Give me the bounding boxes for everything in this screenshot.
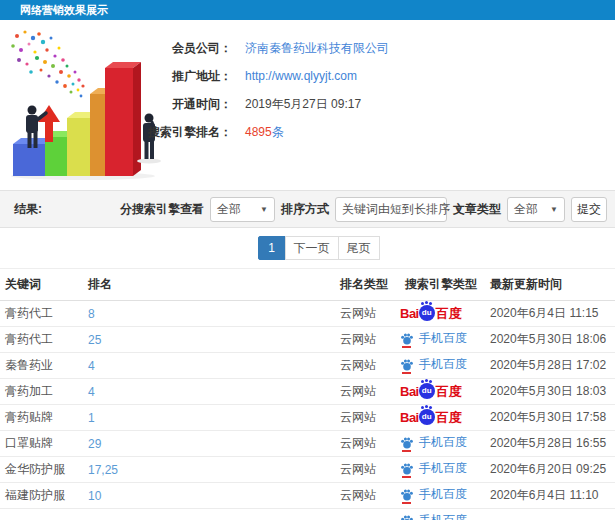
keyword-cell: 膏药代工 <box>0 327 83 353</box>
filter-bar: 结果: 分搜索引擎查看 全部 ▼ 排序方式 关键词由短到长排序 ▼ 文章类型 全… <box>0 190 615 228</box>
search-engine-logo: 手机百度 <box>400 460 467 477</box>
search-engine-logo: 手机百度 <box>400 486 467 503</box>
info-row-url: 推广地址： http://www.qlyyjt.com <box>72 62 389 90</box>
rank-link[interactable]: 29 <box>83 431 335 457</box>
rank-type-cell: 云网站 <box>335 405 400 431</box>
search-engine-logo: 手机百度 <box>400 434 467 451</box>
rank-link[interactable]: 10 <box>83 483 335 509</box>
keyword-cell: 金华防护服 <box>0 457 83 483</box>
rank-type-cell: 云网站 <box>335 379 400 405</box>
updated-cell: 2020年5月30日 18:03 <box>485 379 615 405</box>
header-updated: 最新更新时间 <box>485 269 615 301</box>
engine-filter-label: 分搜索引擎查看 <box>120 201 204 218</box>
updated-cell: 2020年6月20日 09:25 <box>485 457 615 483</box>
sort-select[interactable]: 关键词由短到长排序 ▼ <box>335 197 447 222</box>
sort-value: 关键词由短到长排序 <box>342 201 450 218</box>
baidu-paw-icon <box>400 462 414 476</box>
rank-type-cell: 云网站 <box>335 457 400 483</box>
results-table: 关键词 排名 排名类型 搜索引擎类型 最新更新时间 膏药代工 8 云网站 Bai… <box>0 268 615 520</box>
header-rank-type: 排名类型 <box>335 269 400 301</box>
open-time-label: 开通时间： <box>72 96 232 113</box>
submit-button[interactable]: 提交 <box>571 197 607 222</box>
rank-link[interactable]: 4 <box>83 353 335 379</box>
rank-link[interactable]: 25 <box>83 327 335 353</box>
rank-type-cell: 云网站 <box>335 353 400 379</box>
rank-link[interactable]: 1 <box>83 405 335 431</box>
page-1-button[interactable]: 1 <box>258 236 286 260</box>
table-row: 膏药贴牌 1 云网站 Baidu百度 2020年5月30日 17:58 <box>0 405 615 431</box>
info-row-open-time: 开通时间： 2019年5月27日 09:17 <box>72 90 389 118</box>
updated-cell: 2020年5月28日 17:02 <box>485 353 615 379</box>
pagination: 1 下一页 尾页 <box>0 228 615 268</box>
page: { "title_bar": { "title": "网络营销效果展示" }, … <box>0 0 615 520</box>
baidu-paw-icon <box>400 488 414 502</box>
info-row-rank-count: 搜索引擎排名： 4895条 <box>72 118 389 146</box>
info-fields: 会员公司： 济南秦鲁药业科技有限公司 推广地址： http://www.qlyy… <box>72 34 389 146</box>
promo-url-label: 推广地址： <box>72 68 232 85</box>
company-label: 会员公司： <box>72 40 232 57</box>
chevron-down-icon: ▼ <box>550 205 558 214</box>
keyword-cell: 福建防护服 <box>0 483 83 509</box>
article-type-select[interactable]: 全部 ▼ <box>507 197 565 222</box>
promo-url-link[interactable]: http://www.qlyyjt.com <box>245 69 357 83</box>
info-row-company: 会员公司： 济南秦鲁药业科技有限公司 <box>72 34 389 62</box>
table-row: 金华防护服 17,25 云网站 手机百度 2020年6月20日 09:25 <box>0 457 615 483</box>
sort-label: 排序方式 <box>281 201 329 218</box>
open-time-value: 2019年5月27日 09:17 <box>245 96 361 113</box>
keyword-cell: 膏药贴牌 <box>0 405 83 431</box>
header-keyword: 关键词 <box>0 269 83 301</box>
article-type-value: 全部 <box>514 201 538 218</box>
table-row: 膏药代工 25 云网站 手机百度 2020年5月30日 18:06 <box>0 327 615 353</box>
updated-cell: 2020年5月30日 17:58 <box>485 405 615 431</box>
rank-link[interactable]: 8 <box>83 301 335 327</box>
title-bar: 网络营销效果展示 <box>0 0 615 20</box>
keyword-cell: 秦鲁药业 <box>0 353 83 379</box>
keyword-cell: 膏药加工 <box>0 379 83 405</box>
engine-filter-value: 全部 <box>217 201 241 218</box>
search-engine-logo: Baidu百度 <box>400 383 462 401</box>
chevron-down-icon: ▼ <box>260 205 268 214</box>
rank-count-suffix: 条 <box>272 125 284 139</box>
article-type-label: 文章类型 <box>453 201 501 218</box>
next-page-button[interactable]: 下一页 <box>285 236 339 260</box>
table-row: 膏药加工 4 云网站 Baidu百度 2020年5月30日 18:03 <box>0 379 615 405</box>
rank-count-value: 4895条 <box>245 124 284 141</box>
company-link[interactable]: 济南秦鲁药业科技有限公司 <box>245 40 389 57</box>
updated-cell: 2020年6月4日 11:10 <box>485 483 615 509</box>
baidu-paw-icon <box>400 358 414 372</box>
baidu-paw-icon <box>400 436 414 450</box>
rank-type-cell: 云网站 <box>335 431 400 457</box>
result-label: 结果: <box>14 201 42 218</box>
baidu-paw-icon <box>400 332 414 346</box>
search-engine-logo: 手机百度 <box>400 330 467 347</box>
rank-count-label: 搜索引擎排名： <box>72 124 232 141</box>
rank-link[interactable]: 17,25 <box>83 457 335 483</box>
table-row: 秦鲁药业 4 云网站 手机百度 2020年5月28日 17:02 <box>0 353 615 379</box>
table-row: 口罩贴牌 29 云网站 手机百度 2020年5月28日 16:55 <box>0 431 615 457</box>
header-engine-type: 搜索引擎类型 <box>400 269 485 301</box>
rank-type-cell: 云网站 <box>335 327 400 353</box>
baidu-paw-icon <box>400 514 414 520</box>
table-row: 福建防护服 10 云网站 手机百度 2020年6月4日 11:10 <box>0 483 615 509</box>
engine-filter-select[interactable]: 全部 ▼ <box>210 197 275 222</box>
last-page-button[interactable]: 尾页 <box>338 236 380 260</box>
table-row: 膏药代工 8 云网站 Baidu百度 2020年6月4日 11:15 <box>0 301 615 327</box>
search-engine-logo: 手机百度 <box>400 356 467 373</box>
rank-type-cell: 云网站 <box>335 483 400 509</box>
info-section: 会员公司： 济南秦鲁药业科技有限公司 推广地址： http://www.qlyy… <box>0 20 615 190</box>
keyword-cell: 口罩贴牌 <box>0 431 83 457</box>
keyword-cell: 膏药代工 <box>0 301 83 327</box>
rank-count-number: 4895 <box>245 125 272 139</box>
search-engine-logo: 手机百度 <box>400 512 467 520</box>
rank-type-cell: 云网站 <box>335 301 400 327</box>
updated-cell: 2020年6月4日 11:15 <box>485 301 615 327</box>
search-engine-logo: Baidu百度 <box>400 409 462 427</box>
header-rank: 排名 <box>83 269 335 301</box>
page-title: 网络营销效果展示 <box>20 4 108 16</box>
rank-link[interactable]: 4 <box>83 379 335 405</box>
updated-cell: 2020年5月28日 16:55 <box>485 431 615 457</box>
updated-cell: 2020年5月30日 18:06 <box>485 327 615 353</box>
search-engine-logo: Baidu百度 <box>400 305 462 323</box>
table-header-row: 关键词 排名 排名类型 搜索引擎类型 最新更新时间 <box>0 269 615 301</box>
table-row-partial: 手机百度 <box>0 509 615 520</box>
